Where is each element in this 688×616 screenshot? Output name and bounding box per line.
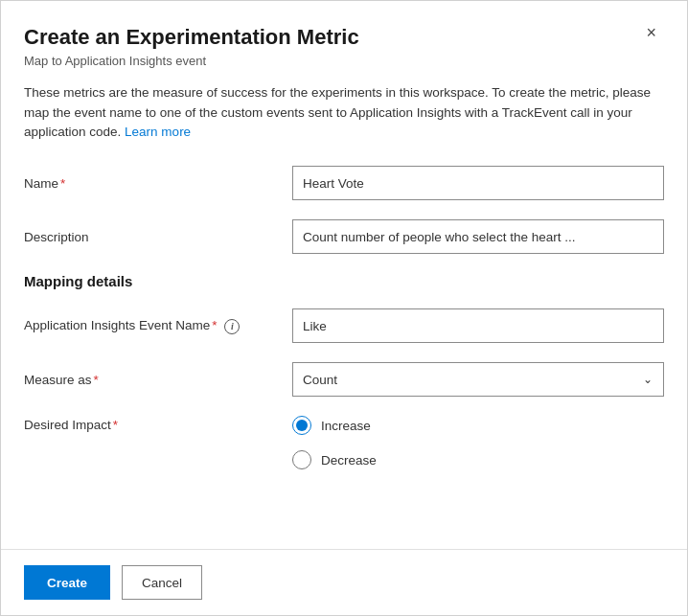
description-label: Description	[24, 230, 292, 244]
dialog-footer: Create Cancel	[1, 549, 687, 615]
close-button[interactable]: ×	[638, 20, 664, 45]
name-input[interactable]	[292, 166, 664, 200]
radio-increase-row[interactable]: Increase	[292, 416, 664, 435]
measure-as-required: *	[94, 373, 99, 387]
name-row: Name*	[24, 166, 664, 200]
dialog-title: Create an Experimentation Metric	[24, 24, 359, 52]
description-row: Description	[24, 219, 664, 254]
dialog-body: These metrics are the measure of success…	[1, 68, 687, 549]
create-button[interactable]: Create	[24, 565, 110, 600]
radio-decrease-row[interactable]: Decrease	[292, 450, 664, 469]
app-insights-info-icon[interactable]: i	[224, 319, 240, 334]
name-field-wrapper	[292, 166, 664, 200]
desired-impact-row: Desired Impact* Increase Decrease	[24, 416, 664, 469]
mapping-section-title: Mapping details	[24, 273, 664, 289]
app-insights-row: Application Insights Event Name* i	[24, 308, 664, 343]
info-text-content: These metrics are the measure of success…	[24, 85, 651, 140]
app-insights-required: *	[212, 318, 217, 332]
app-insights-input[interactable]	[292, 308, 664, 343]
radio-decrease-label: Decrease	[321, 453, 377, 468]
desired-impact-label: Desired Impact*	[24, 416, 292, 432]
measure-as-select[interactable]: Count Sum Average	[292, 362, 664, 397]
app-insights-label: Application Insights Event Name* i	[24, 318, 292, 334]
header-text-group: Create an Experimentation Metric Map to …	[24, 24, 359, 68]
radio-decrease-input[interactable]	[292, 450, 311, 469]
radio-group: Increase Decrease	[292, 416, 664, 469]
desired-impact-options: Increase Decrease	[292, 416, 664, 469]
measure-as-select-wrapper: Count Sum Average ⌄	[292, 362, 664, 397]
desired-impact-required: *	[113, 418, 118, 432]
measure-as-field-wrapper: Count Sum Average ⌄	[292, 362, 664, 397]
cancel-button[interactable]: Cancel	[122, 565, 202, 600]
dialog-subtitle: Map to Application Insights event	[24, 54, 359, 68]
dialog-header: Create an Experimentation Metric Map to …	[1, 1, 687, 68]
radio-increase-input[interactable]	[292, 416, 311, 435]
name-label: Name*	[24, 176, 292, 191]
app-insights-field-wrapper	[292, 308, 664, 343]
radio-increase-label: Increase	[321, 419, 371, 433]
description-field-wrapper	[292, 219, 664, 254]
measure-as-row: Measure as* Count Sum Average ⌄	[24, 362, 664, 397]
create-metric-dialog: Create an Experimentation Metric Map to …	[0, 0, 688, 616]
info-text: These metrics are the measure of success…	[24, 83, 664, 144]
measure-as-label: Measure as*	[24, 373, 292, 387]
learn-more-link[interactable]: Learn more	[125, 125, 191, 139]
description-input[interactable]	[292, 219, 664, 254]
name-required: *	[60, 176, 65, 191]
